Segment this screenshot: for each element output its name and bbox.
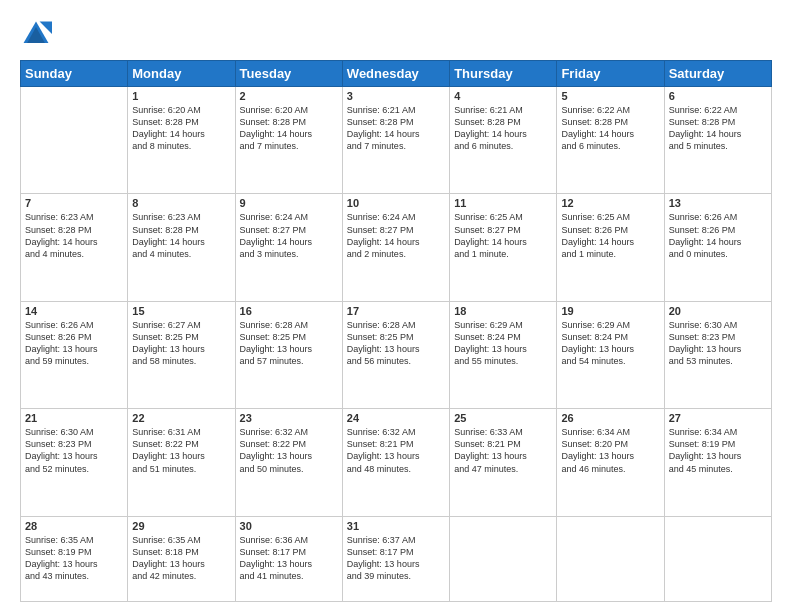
day-info: Sunrise: 6:34 AM Sunset: 8:19 PM Dayligh… <box>669 426 767 475</box>
day-number: 15 <box>132 305 230 317</box>
day-info: Sunrise: 6:20 AM Sunset: 8:28 PM Dayligh… <box>240 104 338 153</box>
day-info: Sunrise: 6:35 AM Sunset: 8:19 PM Dayligh… <box>25 534 123 583</box>
calendar-cell: 26Sunrise: 6:34 AM Sunset: 8:20 PM Dayli… <box>557 409 664 516</box>
day-number: 29 <box>132 520 230 532</box>
day-number: 17 <box>347 305 445 317</box>
weekday-header: Sunday <box>21 61 128 87</box>
day-info: Sunrise: 6:30 AM Sunset: 8:23 PM Dayligh… <box>25 426 123 475</box>
day-info: Sunrise: 6:24 AM Sunset: 8:27 PM Dayligh… <box>240 211 338 260</box>
day-number: 21 <box>25 412 123 424</box>
day-number: 26 <box>561 412 659 424</box>
calendar-cell: 17Sunrise: 6:28 AM Sunset: 8:25 PM Dayli… <box>342 301 449 408</box>
day-number: 6 <box>669 90 767 102</box>
day-number: 25 <box>454 412 552 424</box>
day-info: Sunrise: 6:28 AM Sunset: 8:25 PM Dayligh… <box>240 319 338 368</box>
day-number: 12 <box>561 197 659 209</box>
day-info: Sunrise: 6:29 AM Sunset: 8:24 PM Dayligh… <box>454 319 552 368</box>
calendar-week-row: 21Sunrise: 6:30 AM Sunset: 8:23 PM Dayli… <box>21 409 772 516</box>
calendar-cell: 9Sunrise: 6:24 AM Sunset: 8:27 PM Daylig… <box>235 194 342 301</box>
calendar-table: SundayMondayTuesdayWednesdayThursdayFrid… <box>20 60 772 602</box>
day-number: 1 <box>132 90 230 102</box>
day-info: Sunrise: 6:36 AM Sunset: 8:17 PM Dayligh… <box>240 534 338 583</box>
calendar-cell: 16Sunrise: 6:28 AM Sunset: 8:25 PM Dayli… <box>235 301 342 408</box>
calendar-cell: 13Sunrise: 6:26 AM Sunset: 8:26 PM Dayli… <box>664 194 771 301</box>
calendar-cell: 8Sunrise: 6:23 AM Sunset: 8:28 PM Daylig… <box>128 194 235 301</box>
day-number: 20 <box>669 305 767 317</box>
calendar-cell: 29Sunrise: 6:35 AM Sunset: 8:18 PM Dayli… <box>128 516 235 601</box>
calendar-cell: 31Sunrise: 6:37 AM Sunset: 8:17 PM Dayli… <box>342 516 449 601</box>
weekday-header: Wednesday <box>342 61 449 87</box>
calendar-cell: 7Sunrise: 6:23 AM Sunset: 8:28 PM Daylig… <box>21 194 128 301</box>
day-info: Sunrise: 6:33 AM Sunset: 8:21 PM Dayligh… <box>454 426 552 475</box>
day-info: Sunrise: 6:26 AM Sunset: 8:26 PM Dayligh… <box>25 319 123 368</box>
calendar-cell: 5Sunrise: 6:22 AM Sunset: 8:28 PM Daylig… <box>557 87 664 194</box>
logo-icon <box>20 18 52 50</box>
calendar-cell <box>557 516 664 601</box>
day-info: Sunrise: 6:34 AM Sunset: 8:20 PM Dayligh… <box>561 426 659 475</box>
day-number: 8 <box>132 197 230 209</box>
calendar-cell: 18Sunrise: 6:29 AM Sunset: 8:24 PM Dayli… <box>450 301 557 408</box>
day-info: Sunrise: 6:25 AM Sunset: 8:27 PM Dayligh… <box>454 211 552 260</box>
calendar-cell: 30Sunrise: 6:36 AM Sunset: 8:17 PM Dayli… <box>235 516 342 601</box>
calendar-cell <box>664 516 771 601</box>
calendar-cell: 28Sunrise: 6:35 AM Sunset: 8:19 PM Dayli… <box>21 516 128 601</box>
calendar-cell: 15Sunrise: 6:27 AM Sunset: 8:25 PM Dayli… <box>128 301 235 408</box>
day-info: Sunrise: 6:35 AM Sunset: 8:18 PM Dayligh… <box>132 534 230 583</box>
calendar-cell: 12Sunrise: 6:25 AM Sunset: 8:26 PM Dayli… <box>557 194 664 301</box>
calendar-cell: 14Sunrise: 6:26 AM Sunset: 8:26 PM Dayli… <box>21 301 128 408</box>
day-number: 5 <box>561 90 659 102</box>
calendar-week-row: 28Sunrise: 6:35 AM Sunset: 8:19 PM Dayli… <box>21 516 772 601</box>
day-number: 24 <box>347 412 445 424</box>
calendar-cell: 3Sunrise: 6:21 AM Sunset: 8:28 PM Daylig… <box>342 87 449 194</box>
day-number: 11 <box>454 197 552 209</box>
calendar-cell: 25Sunrise: 6:33 AM Sunset: 8:21 PM Dayli… <box>450 409 557 516</box>
day-info: Sunrise: 6:31 AM Sunset: 8:22 PM Dayligh… <box>132 426 230 475</box>
calendar-cell: 10Sunrise: 6:24 AM Sunset: 8:27 PM Dayli… <box>342 194 449 301</box>
weekday-header: Thursday <box>450 61 557 87</box>
day-number: 18 <box>454 305 552 317</box>
calendar-cell: 6Sunrise: 6:22 AM Sunset: 8:28 PM Daylig… <box>664 87 771 194</box>
calendar-cell: 11Sunrise: 6:25 AM Sunset: 8:27 PM Dayli… <box>450 194 557 301</box>
day-info: Sunrise: 6:30 AM Sunset: 8:23 PM Dayligh… <box>669 319 767 368</box>
day-info: Sunrise: 6:22 AM Sunset: 8:28 PM Dayligh… <box>669 104 767 153</box>
calendar-week-row: 14Sunrise: 6:26 AM Sunset: 8:26 PM Dayli… <box>21 301 772 408</box>
day-info: Sunrise: 6:26 AM Sunset: 8:26 PM Dayligh… <box>669 211 767 260</box>
day-number: 30 <box>240 520 338 532</box>
calendar-cell: 1Sunrise: 6:20 AM Sunset: 8:28 PM Daylig… <box>128 87 235 194</box>
day-number: 31 <box>347 520 445 532</box>
day-info: Sunrise: 6:28 AM Sunset: 8:25 PM Dayligh… <box>347 319 445 368</box>
day-number: 10 <box>347 197 445 209</box>
calendar-week-row: 7Sunrise: 6:23 AM Sunset: 8:28 PM Daylig… <box>21 194 772 301</box>
day-info: Sunrise: 6:22 AM Sunset: 8:28 PM Dayligh… <box>561 104 659 153</box>
day-number: 19 <box>561 305 659 317</box>
day-number: 7 <box>25 197 123 209</box>
calendar-cell: 21Sunrise: 6:30 AM Sunset: 8:23 PM Dayli… <box>21 409 128 516</box>
weekday-header: Friday <box>557 61 664 87</box>
day-info: Sunrise: 6:20 AM Sunset: 8:28 PM Dayligh… <box>132 104 230 153</box>
calendar-cell: 23Sunrise: 6:32 AM Sunset: 8:22 PM Dayli… <box>235 409 342 516</box>
day-number: 4 <box>454 90 552 102</box>
page: SundayMondayTuesdayWednesdayThursdayFrid… <box>0 0 792 612</box>
day-info: Sunrise: 6:23 AM Sunset: 8:28 PM Dayligh… <box>132 211 230 260</box>
day-number: 27 <box>669 412 767 424</box>
day-info: Sunrise: 6:23 AM Sunset: 8:28 PM Dayligh… <box>25 211 123 260</box>
day-number: 9 <box>240 197 338 209</box>
day-number: 13 <box>669 197 767 209</box>
day-number: 23 <box>240 412 338 424</box>
calendar-cell: 19Sunrise: 6:29 AM Sunset: 8:24 PM Dayli… <box>557 301 664 408</box>
logo <box>20 18 56 50</box>
header <box>20 18 772 50</box>
day-number: 14 <box>25 305 123 317</box>
day-info: Sunrise: 6:24 AM Sunset: 8:27 PM Dayligh… <box>347 211 445 260</box>
day-info: Sunrise: 6:29 AM Sunset: 8:24 PM Dayligh… <box>561 319 659 368</box>
calendar-cell <box>450 516 557 601</box>
day-info: Sunrise: 6:32 AM Sunset: 8:21 PM Dayligh… <box>347 426 445 475</box>
day-number: 28 <box>25 520 123 532</box>
calendar-cell: 27Sunrise: 6:34 AM Sunset: 8:19 PM Dayli… <box>664 409 771 516</box>
day-number: 22 <box>132 412 230 424</box>
calendar-cell: 4Sunrise: 6:21 AM Sunset: 8:28 PM Daylig… <box>450 87 557 194</box>
day-info: Sunrise: 6:25 AM Sunset: 8:26 PM Dayligh… <box>561 211 659 260</box>
day-info: Sunrise: 6:32 AM Sunset: 8:22 PM Dayligh… <box>240 426 338 475</box>
weekday-header: Tuesday <box>235 61 342 87</box>
day-info: Sunrise: 6:27 AM Sunset: 8:25 PM Dayligh… <box>132 319 230 368</box>
